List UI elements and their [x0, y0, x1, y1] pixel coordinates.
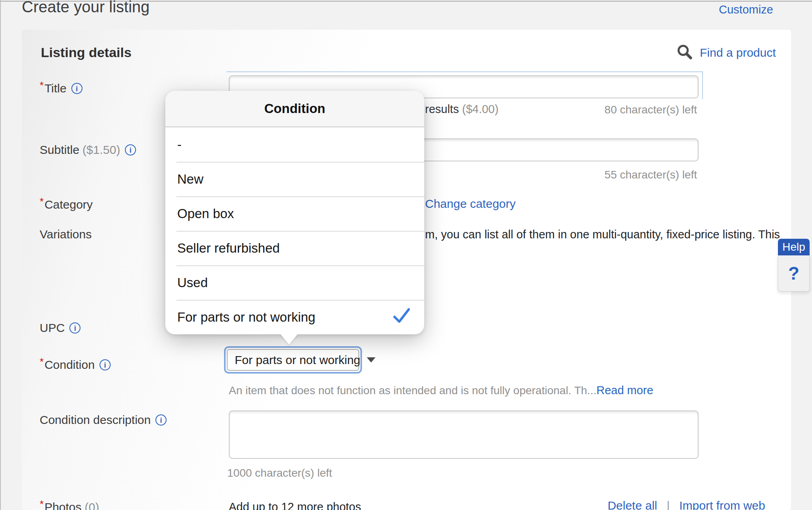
help-widget: Help ? — [778, 239, 810, 291]
import-from-web-link[interactable]: Import from web — [679, 499, 765, 510]
subtitle-char-counter: 55 character(s) left — [605, 169, 697, 181]
subtitle-label: Subtitle ($1.50) — [40, 143, 136, 157]
required-marker: * — [40, 196, 44, 208]
subtitle-fee: ($1.50) — [82, 143, 120, 157]
read-more-link[interactable]: Read more — [596, 384, 653, 397]
required-marker: * — [40, 79, 44, 92]
title-char-counter: 80 character(s) left — [605, 104, 697, 116]
condition-option[interactable]: New — [165, 162, 424, 196]
condition-label: * Condition — [40, 358, 111, 372]
question-mark-icon: ? — [788, 263, 799, 284]
condition-helper-text: An item that does not function as intend… — [229, 384, 653, 397]
variations-label: Variations — [40, 228, 92, 241]
customize-link[interactable]: Customize — [719, 3, 773, 16]
photos-hint: Add up to 12 more photos — [229, 500, 361, 510]
find-a-product-button[interactable]: Find a product — [676, 43, 776, 62]
popover-tail — [280, 334, 298, 345]
page-title: Create your listing — [22, 0, 149, 16]
title-upgrade-text: results ($4.00) — [425, 103, 498, 116]
condition-popover-title: Condition — [264, 101, 326, 116]
condition-options-list: - New Open box Seller refurbished Used F… — [165, 127, 424, 334]
upc-label: UPC — [40, 321, 80, 335]
condition-selected-value: For parts or not working — [235, 353, 360, 367]
required-marker: * — [40, 498, 44, 510]
condition-select[interactable]: For parts or not working — [224, 346, 362, 374]
left-border — [0, 0, 1, 510]
section-heading: Listing details — [41, 45, 132, 60]
info-icon[interactable] — [155, 414, 167, 426]
info-icon[interactable] — [69, 322, 80, 334]
selected-check-icon — [393, 308, 411, 327]
condition-popover: Condition - New Open box Seller refurbis… — [165, 91, 424, 334]
condition-option[interactable]: Used — [165, 265, 424, 300]
condition-description-textarea[interactable] — [229, 410, 699, 459]
info-icon[interactable] — [125, 144, 136, 155]
actions-divider: | — [666, 499, 670, 510]
find-a-product-label: Find a product — [700, 46, 776, 59]
category-label: * Category — [40, 198, 93, 211]
condition-option-selected[interactable]: For parts or not working — [165, 300, 424, 334]
info-icon[interactable] — [100, 359, 111, 370]
condition-option[interactable]: Open box — [165, 196, 424, 231]
help-button[interactable]: Help — [778, 239, 810, 255]
title-label: * Title — [40, 82, 82, 95]
photos-actions: Delete all | Import from web — [607, 499, 765, 510]
required-marker: * — [40, 356, 44, 368]
photos-label: * Photos (0) — [40, 500, 99, 510]
photos-count: (0) — [85, 500, 100, 510]
info-icon[interactable] — [71, 83, 82, 94]
search-icon — [676, 43, 693, 62]
condition-option[interactable]: Seller refurbished — [165, 231, 424, 265]
condition-description-label: Condition description — [40, 413, 167, 427]
dropdown-caret-icon — [367, 357, 375, 362]
create-listing-page: Create your listing Customize Listing de… — [0, 0, 812, 510]
variations-description: m, you can list all of them in one multi… — [425, 228, 780, 241]
condition-option[interactable]: - — [165, 127, 424, 162]
condition-description-char-counter: 1000 character(s) left — [227, 467, 332, 479]
change-category-link[interactable]: Change category — [425, 197, 516, 211]
condition-popover-header: Condition — [165, 91, 424, 127]
help-question-button[interactable]: ? — [778, 255, 810, 291]
delete-all-link[interactable]: Delete all — [607, 499, 657, 510]
